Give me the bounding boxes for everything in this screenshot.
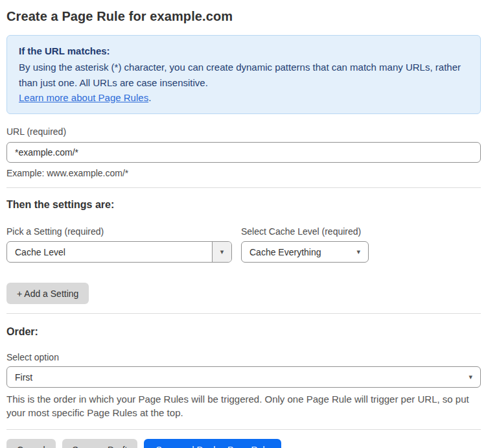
order-select-value: First — [7, 367, 465, 387]
url-input[interactable] — [6, 142, 481, 163]
cache-level-label: Select Cache Level (required) — [241, 226, 369, 237]
section-divider — [6, 313, 481, 314]
setting-picker-select[interactable]: Cache Level ▾ — [6, 241, 232, 263]
order-help-text: This is the order in which your Page Rul… — [6, 392, 481, 419]
order-section-heading: Order: — [6, 326, 481, 338]
order-select[interactable]: First ▾ — [6, 366, 481, 388]
settings-row: Pick a Setting (required) Cache Level ▾ … — [6, 226, 481, 263]
create-page-rule-form: Create a Page Rule for example.com If th… — [0, 0, 486, 448]
page-title: Create a Page Rule for example.com — [6, 9, 481, 24]
info-box-body: By using the asterisk (*) character, you… — [19, 60, 469, 90]
url-field-label: URL (required) — [6, 126, 481, 137]
learn-more-link[interactable]: Learn more about Page Rules — [19, 92, 148, 103]
setting-picker-label: Pick a Setting (required) — [6, 226, 232, 237]
info-box-link-line: Learn more about Page Rules. — [19, 90, 469, 105]
order-select-label: Select option — [6, 352, 481, 362]
cache-level-select[interactable]: Cache Everything ▾ — [241, 241, 369, 263]
add-setting-button[interactable]: + Add a Setting — [6, 283, 89, 304]
setting-picker-value: Cache Level — [7, 242, 212, 262]
save-and-deploy-button[interactable]: Save and Deploy Page Rule — [144, 439, 281, 448]
settings-section-heading: Then the settings are: — [6, 199, 481, 211]
url-match-info-box: If the URL matches: By using the asteris… — [6, 35, 481, 114]
setting-picker-column: Pick a Setting (required) Cache Level ▾ — [6, 226, 232, 263]
form-footer: Cancel Save as Draft Save and Deploy Pag… — [6, 429, 481, 448]
link-suffix: . — [148, 92, 151, 103]
cancel-button[interactable]: Cancel — [6, 439, 56, 448]
caret-down-icon: ▾ — [212, 242, 231, 262]
info-box-heading: If the URL matches: — [19, 43, 469, 58]
section-divider — [6, 187, 481, 188]
caret-down-icon: ▾ — [353, 242, 368, 262]
caret-down-icon: ▾ — [465, 367, 480, 387]
url-example-hint: Example: www.example.com/* — [6, 168, 481, 178]
save-as-draft-button[interactable]: Save as Draft — [62, 439, 138, 448]
cache-level-column: Select Cache Level (required) Cache Ever… — [241, 226, 369, 263]
cache-level-value: Cache Everything — [242, 242, 353, 262]
